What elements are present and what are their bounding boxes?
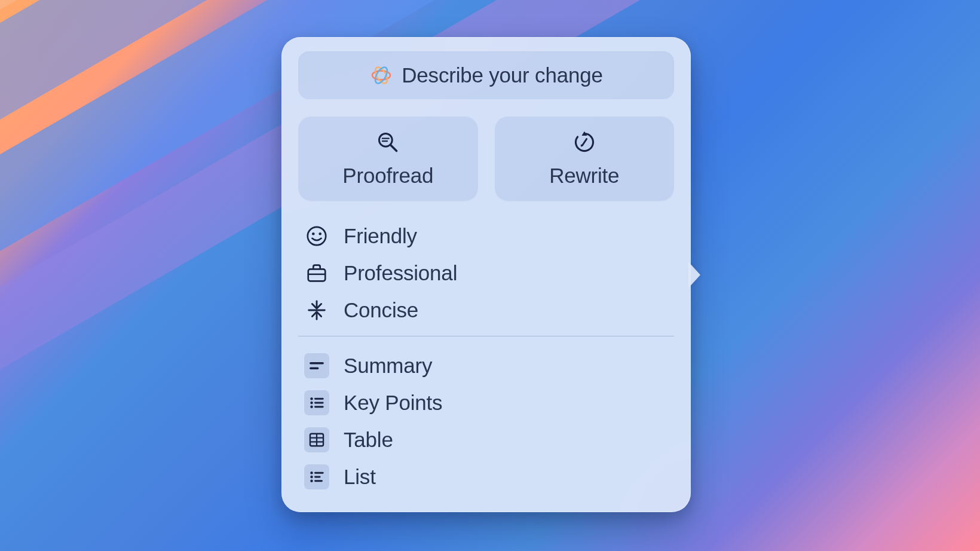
svg-point-32	[310, 476, 313, 478]
svg-point-10	[308, 227, 326, 245]
format-section: Summary Key Points	[298, 345, 674, 495]
menu-item-table[interactable]: Table	[302, 421, 673, 458]
svg-point-11	[312, 232, 315, 235]
list-icon	[304, 464, 329, 489]
menu-item-summary[interactable]: Summary	[302, 347, 673, 384]
menu-label: Table	[344, 428, 393, 452]
briefcase-icon	[304, 261, 329, 286]
keypoints-icon	[304, 390, 329, 415]
svg-point-20	[310, 397, 313, 400]
svg-line-4	[391, 145, 397, 151]
menu-label: List	[344, 465, 376, 489]
menu-label: Summary	[344, 354, 432, 378]
svg-point-34	[310, 480, 313, 482]
proofread-button[interactable]: Proofread	[298, 116, 478, 201]
menu-label: Professional	[344, 261, 457, 285]
menu-label: Key Points	[344, 391, 442, 415]
menu-item-keypoints[interactable]: Key Points	[302, 384, 673, 421]
menu-item-list[interactable]: List	[302, 458, 673, 495]
writing-tools-popover: Describe your change Proofread	[281, 37, 691, 512]
menu-item-concise[interactable]: Concise	[302, 292, 673, 329]
svg-point-22	[310, 402, 313, 404]
proofread-label: Proofread	[342, 164, 433, 188]
svg-point-12	[318, 232, 321, 235]
rewrite-label: Rewrite	[549, 164, 619, 188]
smiley-icon	[304, 224, 329, 249]
compress-icon	[304, 298, 329, 323]
menu-label: Concise	[344, 298, 418, 322]
menu-divider	[298, 336, 674, 336]
apple-intelligence-icon	[369, 63, 393, 87]
menu-label: Friendly	[344, 224, 417, 248]
describe-change-input[interactable]: Describe your change	[298, 51, 674, 99]
svg-point-24	[310, 406, 313, 408]
tone-section: Friendly Professional	[298, 215, 674, 329]
table-icon	[304, 427, 329, 452]
rewrite-cycle-icon	[572, 130, 596, 154]
svg-rect-13	[308, 269, 326, 281]
rewrite-button[interactable]: Rewrite	[495, 116, 675, 201]
menu-item-friendly[interactable]: Friendly	[302, 218, 673, 255]
svg-point-30	[310, 472, 313, 474]
input-placeholder-text: Describe your change	[402, 63, 602, 87]
menu-item-professional[interactable]: Professional	[302, 255, 673, 292]
summary-icon	[304, 353, 329, 378]
proofread-magnifier-icon	[376, 130, 400, 154]
